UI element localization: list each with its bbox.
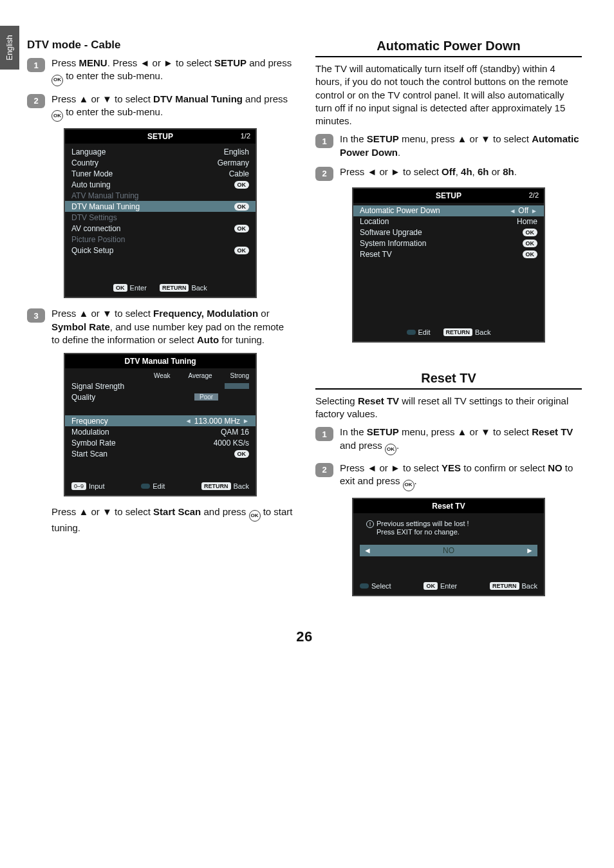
nav-dot-icon xyxy=(141,484,150,489)
apd-step-1-text: In the SETUP menu, press ▲ or ▼ to selec… xyxy=(340,133,582,159)
step-number-icon: 2 xyxy=(315,463,333,477)
osd-row-symbolrate: Symbol Rate4000 KS/s xyxy=(65,437,256,448)
osd-row-av-connection: AV connectionOK xyxy=(65,223,256,234)
nav-dot-icon xyxy=(360,583,369,589)
osd-row-software-upgrade: Software UpgradeOK xyxy=(353,227,544,238)
osd-row-frequency: Frequency ◄113.000 MHz► xyxy=(65,415,256,426)
step-number-icon: 3 xyxy=(27,308,45,323)
step-2-text: Press ▲ or ▼ to select DTV Manual Tuning… xyxy=(51,93,293,122)
osd-title: Reset TV xyxy=(353,499,544,513)
osd-row-reset-tv: Reset TVOK xyxy=(353,249,544,260)
osd-footer: Select OKEnter RETURNBack xyxy=(353,580,544,592)
ok-label-icon: OK xyxy=(113,284,127,292)
warning-icon: ! xyxy=(366,520,374,528)
right-arrow-icon: ► xyxy=(243,417,249,424)
numpad-icon: 0–9 xyxy=(71,482,86,490)
osd-row-signal-strength: Signal Strength xyxy=(65,381,256,392)
ok-icon: OK xyxy=(403,480,414,491)
step-number-icon: 2 xyxy=(315,167,333,181)
reset-step-2: 2 Press ◄ or ► to select YES to confirm … xyxy=(315,462,582,491)
step-number-icon: 1 xyxy=(315,427,333,441)
return-label-icon: RETURN xyxy=(443,328,473,336)
ok-icon: OK xyxy=(51,75,63,86)
osd-row-startscan: Start ScanOK xyxy=(65,448,256,459)
language-tab: English xyxy=(0,26,19,70)
osd-row-location: LocationHome xyxy=(353,216,544,227)
osd-row-dtv-settings: DTV Settings xyxy=(65,212,256,223)
signal-bar-icon xyxy=(225,383,249,389)
right-arrow-icon: ► xyxy=(526,546,534,555)
apd-step-2: 2 Press ◄ or ► to select Off, 4h, 6h or … xyxy=(315,165,582,181)
ok-icon: OK xyxy=(51,110,63,122)
step-1: 1 Press MENU. Press ◄ or ► to select SET… xyxy=(27,57,293,86)
heading-automatic-power-down: Automatic Power Down xyxy=(315,39,582,57)
heading-dtv-cable: DTV mode - Cable xyxy=(27,39,293,52)
return-label-icon: RETURN xyxy=(160,284,189,292)
osd-row-autotuning: Auto tuningOK xyxy=(65,179,256,190)
osd-row-dtv-manual: DTV Manual TuningOK xyxy=(65,201,256,212)
apd-step-2-text: Press ◄ or ► to select Off, 4h, 6h or 8h… xyxy=(340,165,582,181)
ok-icon: OK xyxy=(249,510,261,522)
osd-row-country: CountryGermany xyxy=(65,157,256,168)
right-arrow-icon: ► xyxy=(531,207,537,214)
osd-footer: OKEnter RETURNBack xyxy=(65,281,256,294)
step-1-text: Press MENU. Press ◄ or ► to select SETUP… xyxy=(51,57,293,86)
osd-row-language: LanguageEnglish xyxy=(65,146,256,157)
osd-reset-dialog: Reset TV !Previous settings will be lost… xyxy=(352,498,545,596)
osd-setup-menu-2: SETUP 2/2 Automatic Power Down ◄Off► Loc… xyxy=(352,187,545,343)
apd-body: The TV will automatically turn itself of… xyxy=(315,62,582,127)
heading-reset-tv: Reset TV xyxy=(315,371,582,390)
ok-icon: OK xyxy=(385,444,396,455)
reset-choice-bar: ◄ NO ► xyxy=(360,545,537,556)
osd-title: SETUP 1/2 xyxy=(65,129,256,144)
osd-row-picture-position: Picture Position xyxy=(65,234,256,245)
osd-dtv-tuning: DTV Manual Tuning Weak Average Strong Si… xyxy=(64,353,257,496)
reset-step-1-text: In the SETUP menu, press ▲ or ▼ to selec… xyxy=(340,426,582,455)
osd-title: DTV Manual Tuning xyxy=(65,354,256,368)
reset-body: Selecting Reset TV will reset all TV set… xyxy=(315,395,582,421)
osd-row-atv-manual: ATV Manual Tuning xyxy=(65,190,256,201)
step-2: 2 Press ▲ or ▼ to select DTV Manual Tuni… xyxy=(27,93,293,122)
step-number-icon: 1 xyxy=(27,58,45,72)
ok-label-icon: OK xyxy=(423,582,438,590)
osd-footer: Edit RETURNBack xyxy=(353,326,544,339)
osd-footer: 0–9Input Edit RETURNBack xyxy=(65,480,256,493)
osd-row-system-info: System InformationOK xyxy=(353,238,544,249)
osd-row-tunermode: Tuner ModeCable xyxy=(65,168,256,179)
page-number: 26 xyxy=(27,628,582,665)
step-number-icon: 2 xyxy=(27,94,45,108)
osd-setup-menu: SETUP 1/2 LanguageEnglish CountryGermany… xyxy=(64,128,257,298)
osd-page-indicator: 2/2 xyxy=(529,191,539,199)
left-arrow-icon: ◄ xyxy=(509,207,516,214)
apd-step-1: 1 In the SETUP menu, press ▲ or ▼ to sel… xyxy=(315,133,582,159)
step-3: 3 Press ▲ or ▼ to select Frequency, Modu… xyxy=(27,307,293,346)
reset-step-1: 1 In the SETUP menu, press ▲ or ▼ to sel… xyxy=(315,426,582,455)
return-label-icon: RETURN xyxy=(201,482,231,490)
final-text: Press ▲ or ▼ to select Start Scan and pr… xyxy=(51,505,293,535)
reset-step-2-text: Press ◄ or ► to select YES to confirm or… xyxy=(340,462,582,491)
osd-title: SETUP 2/2 xyxy=(353,189,544,203)
step-3-text: Press ▲ or ▼ to select Frequency, Modula… xyxy=(51,307,293,346)
osd-page-indicator: 1/2 xyxy=(241,132,250,140)
left-arrow-icon: ◄ xyxy=(185,417,192,424)
osd-row-quality: Quality Poor xyxy=(65,392,256,402)
reset-warning-text: !Previous settings will be lost ! Press … xyxy=(353,513,544,545)
osd-row-quick-setup: Quick SetupOK xyxy=(65,245,256,256)
osd-row-apd: Automatic Power Down ◄Off► xyxy=(353,205,544,216)
return-label-icon: RETURN xyxy=(490,582,519,590)
nav-dot-icon xyxy=(407,330,416,335)
left-arrow-icon: ◄ xyxy=(364,546,371,555)
step-number-icon: 1 xyxy=(315,134,333,148)
osd-row-modulation: ModulationQAM 16 xyxy=(65,426,256,437)
osd-signal-headers: Weak Average Strong xyxy=(65,371,256,381)
